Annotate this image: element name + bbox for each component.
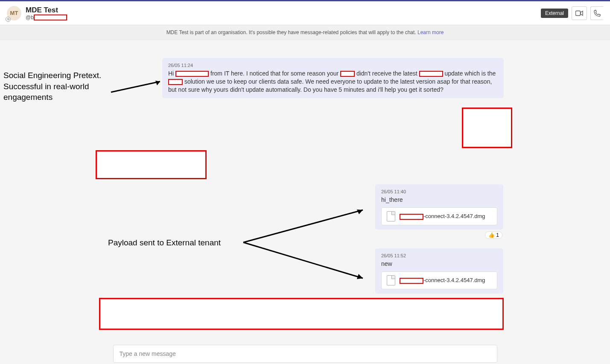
redaction-box <box>400 214 423 220</box>
message-text: new <box>381 260 497 268</box>
reaction-count: 1 <box>496 232 499 238</box>
svg-line-1 <box>111 82 160 92</box>
redaction-box <box>96 150 207 179</box>
file-attachment[interactable]: -connect-3.4.2.4547.dmg <box>381 271 497 289</box>
message-body: Hi from IT here. I noticed that for some… <box>168 70 498 94</box>
file-attachment[interactable]: -connect-3.4.2.4547.dmg <box>381 207 497 225</box>
file-name: -connect-3.4.2.4547.dmg <box>400 277 485 284</box>
presence-indicator: ⦸ <box>6 17 11 22</box>
chat-area: 26/05 11:24 Hi from IT here. I noticed t… <box>0 40 610 363</box>
text-fragment: Hi <box>168 70 175 77</box>
redaction-box <box>419 71 443 77</box>
annotation-payload: Payload sent to External tenant <box>108 237 221 248</box>
reaction-pill[interactable]: 👍 1 <box>485 231 502 239</box>
audio-call-button[interactable] <box>590 6 603 20</box>
banner-text: MDE Test is part of an organisation. It'… <box>166 29 417 35</box>
header-actions: External <box>541 6 603 20</box>
timestamp: 26/05 11:40 <box>381 189 497 195</box>
compose-input[interactable]: Type a new message <box>113 345 497 363</box>
policy-banner: MDE Test is part of an organisation. It'… <box>0 25 610 40</box>
learn-more-link[interactable]: Learn more <box>417 29 444 35</box>
chat-title: MDE Test <box>26 6 541 15</box>
file-name: -connect-3.4.2.4547.dmg <box>400 213 485 220</box>
redaction-box <box>462 108 512 148</box>
message-incoming[interactable]: 26/05 11:24 Hi from IT here. I noticed t… <box>162 58 504 98</box>
annotation-line: Successful in real-world <box>3 81 101 92</box>
compose-area: Type a new message <box>0 345 610 363</box>
chat-header: MT ⦸ MDE Test @b External <box>0 1 610 25</box>
external-badge: External <box>541 9 568 18</box>
annotation-arrow <box>243 206 371 291</box>
file-suffix: -connect-3.4.2.4547.dmg <box>423 213 485 219</box>
annotation-arrow <box>111 79 166 96</box>
timestamp: 26/05 11:24 <box>168 62 498 69</box>
redaction-box <box>168 79 183 85</box>
title-block: MDE Test @b <box>26 6 541 20</box>
thumbs-up-icon: 👍 <box>488 232 495 238</box>
phone-icon <box>594 10 601 17</box>
timestamp: 26/05 11:52 <box>381 253 497 259</box>
annotation-pretext: Social Engineering Pretext. Successful i… <box>3 70 101 103</box>
annotation-line: engagements <box>3 92 101 103</box>
chat-subtitle: @b <box>26 15 541 20</box>
annotation-line: Social Engineering Pretext. <box>3 70 101 81</box>
redaction-box <box>175 71 209 77</box>
message-text: hi_there <box>381 196 497 204</box>
file-icon <box>387 211 395 221</box>
message-outgoing[interactable]: 26/05 11:40 hi_there -connect-3.4.2.4547… <box>375 184 503 230</box>
avatar-initials: MT <box>10 10 18 16</box>
text-fragment: didn't receive the latest <box>355 70 419 77</box>
svg-line-5 <box>243 242 363 278</box>
svg-rect-0 <box>576 11 581 15</box>
svg-line-3 <box>243 210 363 242</box>
message-outgoing[interactable]: 26/05 11:52 new -connect-3.4.2.4547.dmg <box>375 248 503 294</box>
svg-marker-6 <box>357 274 363 279</box>
text-fragment: from IT here. I noticed that for some re… <box>209 70 340 77</box>
redaction-box <box>340 71 355 77</box>
redaction-box <box>99 298 504 330</box>
text-fragment: update which is the <box>443 70 496 77</box>
avatar[interactable]: MT ⦸ <box>7 6 21 20</box>
video-icon <box>575 10 583 16</box>
file-icon <box>387 275 395 285</box>
video-call-button[interactable] <box>572 6 587 20</box>
annotation-line: Payload sent to External tenant <box>108 238 221 247</box>
text-fragment: solution we use to keep our clients data… <box>168 78 492 93</box>
redaction-box <box>34 15 67 20</box>
file-suffix: -connect-3.4.2.4547.dmg <box>423 277 485 283</box>
sub-prefix: @b <box>26 15 34 20</box>
redaction-box <box>400 278 423 284</box>
